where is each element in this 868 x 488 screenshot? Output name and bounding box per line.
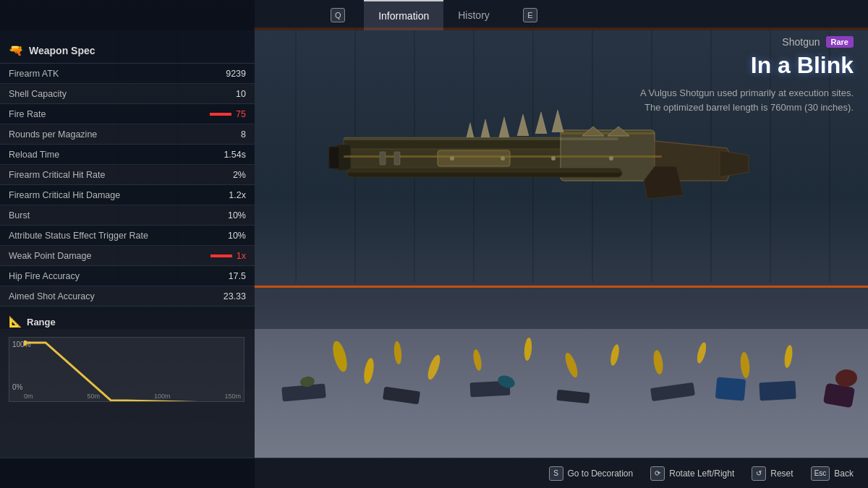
svg-rect-34 — [650, 382, 695, 401]
stat-row: Hip Fire Accuracy17.5 — [0, 266, 255, 286]
left-panel: 🔫 Weapon Spec Firearm ATK9239Shell Capac… — [0, 0, 255, 488]
svg-rect-36 — [759, 381, 796, 401]
stat-value: 9239 — [226, 69, 246, 79]
weapon-type: Shotgun — [782, 36, 820, 48]
svg-point-0 — [24, 341, 27, 346]
chart-x-label: 100m — [154, 393, 171, 400]
stat-value: 1.54s — [224, 150, 246, 160]
svg-rect-9 — [380, 152, 386, 165]
info-panel: Shotgun Rare In a Blink A Vulgus Shotgun… — [608, 36, 854, 114]
svg-point-21 — [425, 354, 443, 381]
weapon-spec-icon: 🔫 — [9, 43, 23, 57]
stat-value: 8 — [241, 129, 246, 140]
chart-x-label: 50m — [87, 393, 100, 400]
action-label: Reset — [770, 468, 793, 479]
svg-point-23 — [524, 338, 533, 361]
action-key: ↺ — [752, 466, 766, 481]
svg-point-40 — [835, 369, 858, 388]
stat-value: 75 — [210, 109, 246, 119]
stat-row: Fire Rate75 — [0, 104, 255, 124]
tab-e-key[interactable]: E — [504, 0, 556, 30]
floor-scatter-items — [253, 313, 868, 458]
svg-point-22 — [472, 348, 482, 371]
weapon-spec-header: 🔫 Weapon Spec — [0, 38, 255, 64]
stat-label: Aimed Shot Accuracy — [9, 291, 95, 301]
q-key-icon: Q — [331, 8, 345, 22]
stat-row: Attribute Status Effect Trigger Rate10% — [0, 226, 255, 246]
stat-bar-indicator — [210, 113, 231, 116]
stat-bar-indicator — [210, 254, 232, 257]
stat-label: Attribute Status Effect Trigger Rate — [9, 231, 148, 241]
weapon-description: A Vulgus Shotgun used primarily at execu… — [637, 86, 854, 114]
stat-value: 10% — [228, 210, 246, 221]
svg-rect-4 — [438, 150, 510, 166]
orange-strip-bottom — [253, 286, 868, 288]
stat-bar-value: 1x — [237, 251, 246, 261]
stat-value: 23.33 — [224, 291, 246, 301]
svg-point-14 — [609, 156, 613, 160]
svg-point-18 — [331, 340, 350, 374]
stat-label: Rounds per Magazine — [9, 129, 97, 140]
svg-rect-15 — [344, 137, 618, 140]
weapon-type-line: Shotgun Rare — [608, 36, 854, 48]
chart-y-min: 0% — [12, 383, 22, 391]
action-label: Rotate Left/Right — [669, 468, 734, 479]
bottom-action[interactable]: ↺Reset — [752, 466, 793, 481]
stat-row: Shell Capacity10 — [0, 84, 255, 104]
stat-label: Fire Rate — [9, 109, 46, 119]
svg-point-11 — [450, 156, 454, 160]
svg-point-26 — [652, 349, 665, 374]
stat-row: Reload Time1.54s — [0, 145, 255, 165]
tab-q-key[interactable]: Q — [312, 0, 364, 30]
svg-point-24 — [563, 351, 580, 379]
stat-value: 17.5 — [229, 271, 246, 281]
svg-point-20 — [393, 341, 403, 365]
tab-history[interactable]: History — [443, 0, 504, 30]
bottom-action[interactable]: EscBack — [811, 466, 854, 481]
svg-rect-31 — [383, 387, 420, 405]
stat-label: Burst — [9, 210, 30, 221]
action-key: ⟳ — [650, 466, 665, 481]
stat-row: Rounds per Magazine8 — [0, 124, 255, 145]
svg-rect-17 — [347, 169, 622, 173]
stat-label: Weak Point Damage — [9, 251, 91, 261]
svg-rect-10 — [394, 152, 400, 165]
stat-label: Reload Time — [9, 150, 59, 160]
action-label: Back — [834, 468, 854, 479]
range-chart: 100% 0% 0m50m100m150m — [9, 337, 244, 402]
chart-x-label: 150m — [224, 393, 241, 400]
range-header: 📐 Range — [0, 309, 255, 334]
e-key-icon: E — [523, 8, 537, 22]
svg-point-19 — [362, 357, 375, 385]
range-icon: 📐 — [9, 315, 22, 328]
stat-row: Firearm Critical Hit Damage1.2x — [0, 185, 255, 205]
svg-point-13 — [551, 156, 556, 160]
stat-value: 1.2x — [229, 190, 246, 200]
stat-value: 1x — [210, 251, 246, 261]
bottom-action[interactable]: SGo to Decoration — [549, 466, 634, 481]
svg-rect-8 — [561, 132, 655, 134]
svg-point-12 — [501, 156, 505, 160]
action-key: S — [549, 466, 563, 481]
svg-rect-6 — [329, 147, 339, 168]
action-key: Esc — [811, 466, 830, 481]
stat-value: 10% — [228, 231, 246, 241]
tab-history-label: History — [458, 9, 490, 21]
stat-row: Firearm ATK9239 — [0, 64, 255, 84]
svg-point-27 — [695, 341, 707, 364]
stat-label: Shell Capacity — [9, 89, 67, 99]
weapon-name: In a Blink — [608, 52, 854, 79]
bottom-action[interactable]: ⟳Rotate Left/Right — [650, 466, 734, 481]
chart-x-label: 0m — [24, 393, 33, 400]
stat-value: 2% — [233, 170, 246, 180]
range-title: Range — [27, 317, 56, 328]
stat-label: Firearm Critical Hit Damage — [9, 190, 120, 200]
stat-label: Hip Fire Accuracy — [9, 271, 80, 281]
stat-bar-value: 75 — [236, 109, 246, 119]
tab-information[interactable]: Information — [364, 0, 443, 30]
stats-table: Firearm ATK9239Shell Capacity10Fire Rate… — [0, 64, 255, 307]
svg-point-28 — [739, 352, 750, 379]
stat-label: Firearm Critical Hit Rate — [9, 170, 105, 180]
svg-point-29 — [783, 344, 793, 368]
stat-row: Weak Point Damage1x — [0, 246, 255, 266]
